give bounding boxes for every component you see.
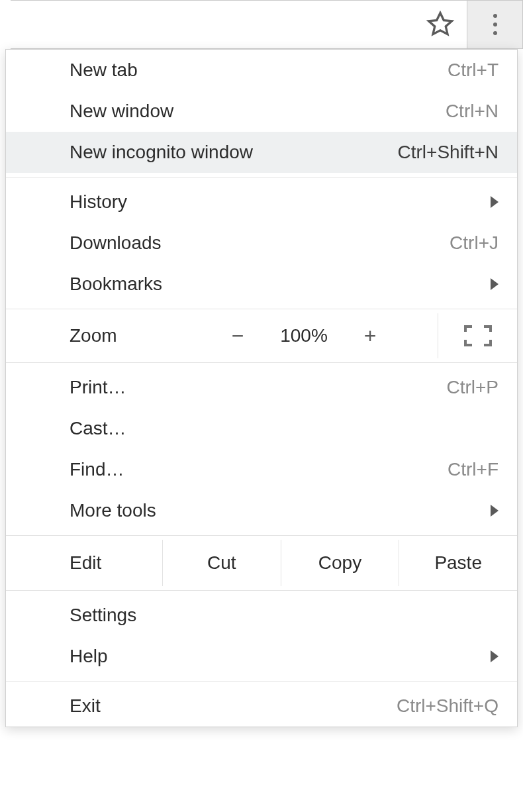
menu-shortcut: Ctrl+Shift+N [398,142,499,163]
menu-item-settings[interactable]: Settings [6,595,517,636]
menu-shortcut: Ctrl+T [448,60,499,81]
separator [6,535,517,536]
menu-item-find[interactable]: Find… Ctrl+F [6,449,517,490]
zoom-value: 100% [264,325,344,346]
menu-label: Cast… [70,418,499,439]
separator [6,681,517,682]
address-bar-right [11,0,467,49]
menu-label: Find… [70,459,448,480]
menu-label: Help [70,646,491,667]
paste-button[interactable]: Paste [399,540,517,586]
menu-item-exit[interactable]: Exit Ctrl+Shift+Q [6,685,517,727]
menu-label: Print… [70,377,446,398]
zoom-in-button[interactable]: + [344,324,397,348]
zoom-label: Zoom [6,325,211,346]
menu-dots-icon [493,14,497,35]
fullscreen-icon [464,325,492,346]
bookmark-star-icon[interactable] [426,10,455,39]
separator [6,362,517,363]
submenu-arrow-icon [491,196,499,208]
submenu-arrow-icon [491,505,499,517]
menu-label: Settings [70,605,499,626]
menu-item-new-window[interactable]: New window Ctrl+N [6,91,517,132]
separator [6,177,517,178]
separator [6,590,517,591]
submenu-arrow-icon [491,278,499,290]
menu-item-history[interactable]: History [6,181,517,223]
menu-shortcut: Ctrl+F [448,459,499,480]
zoom-out-button[interactable]: − [211,324,264,348]
chrome-menu-button[interactable] [467,0,523,49]
menu-shortcut: Ctrl+J [450,232,499,254]
menu-label: Downloads [70,232,450,254]
menu-label: Exit [70,695,397,717]
menu-item-print[interactable]: Print… Ctrl+P [6,367,517,408]
menu-item-incognito[interactable]: New incognito window Ctrl+Shift+N [6,132,517,173]
menu-shortcut: Ctrl+Shift+Q [397,695,499,717]
fullscreen-button[interactable] [438,313,517,358]
edit-label: Edit [70,552,162,574]
menu-item-help[interactable]: Help [6,636,517,677]
submenu-arrow-icon [491,650,499,662]
menu-item-downloads[interactable]: Downloads Ctrl+J [6,223,517,264]
menu-shortcut: Ctrl+P [446,377,499,398]
menu-item-new-tab[interactable]: New tab Ctrl+T [6,50,517,91]
cut-button[interactable]: Cut [162,540,281,586]
menu-label: Bookmarks [70,274,491,295]
menu-item-bookmarks[interactable]: Bookmarks [6,264,517,305]
browser-toolbar [11,0,523,49]
menu-label: New window [70,101,446,122]
menu-label: History [70,191,491,213]
copy-button[interactable]: Copy [281,540,399,586]
separator [6,309,517,309]
menu-item-cast[interactable]: Cast… [6,408,517,449]
chrome-menu-dropdown: New tab Ctrl+T New window Ctrl+N New inc… [5,49,518,727]
menu-shortcut: Ctrl+N [446,101,499,122]
menu-label: New tab [70,60,448,81]
menu-label: More tools [70,500,491,521]
menu-item-more-tools[interactable]: More tools [6,490,517,531]
menu-item-edit: Edit Cut Copy Paste [6,540,517,586]
menu-label: New incognito window [70,142,398,163]
menu-item-zoom: Zoom − 100% + [6,313,517,358]
